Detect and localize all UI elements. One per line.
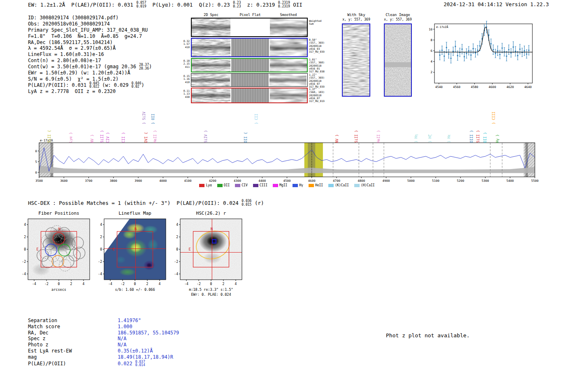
svg-text:4800: 4800 <box>358 179 365 183</box>
row4-smoothed-image <box>270 88 307 102</box>
match-table: Separation1.41976" Match score1.000 RA, … <box>28 318 179 367</box>
info-id: ID: 3008029174 (3008029174.pdf) <box>28 15 152 21</box>
svg-text:5100: 5100 <box>432 179 440 183</box>
svg-text:4200: 4200 <box>209 179 217 183</box>
svg-text:N: N <box>58 227 60 231</box>
legend-item-OII: OII <box>217 183 230 187</box>
info-lineflux: LineFlux = 1.60(±0.31)e-16 <box>28 51 152 58</box>
spec2d-row-2 <box>191 58 308 72</box>
svg-text:5500: 5500 <box>531 179 539 183</box>
header-classification: OII <box>290 2 302 8</box>
timestamp-version: 2024-12-31 04:14:12 Version 1.22.3 <box>444 1 549 7</box>
svg-text:-4: -4 <box>98 272 102 276</box>
fiber-xlabel: arcsecs <box>28 288 90 292</box>
svg-text:-2: -2 <box>98 260 102 264</box>
legend-item-KCaII: (K)CaII <box>328 183 349 187</box>
line-marker-Hε: } Hε <box>447 135 451 143</box>
svg-text:4500: 4500 <box>283 179 291 183</box>
lineflux-map-panel: NE-4-4-2-2002244 <box>97 215 173 289</box>
match-row: mag18.49(18.17,18.94)R <box>28 354 179 360</box>
line-marker-Hζ: } Hζ <box>428 135 432 143</box>
info-wavelength: λ = 4592.54Å σ = 2.97(±0.65)Å <box>28 45 152 51</box>
svg-text:0: 0 <box>210 282 212 286</box>
line-marker-OIII: OIII } <box>469 130 474 143</box>
svg-text:4400: 4400 <box>258 179 266 183</box>
header-plya-qz: P(Lyα): 0.001 Q(z): 0.23 <box>146 2 233 8</box>
line-marker-HeII: HeII } <box>153 130 157 143</box>
line-marker-Hη: } Hη <box>414 135 418 143</box>
line-marker-OII: OII } <box>483 132 487 143</box>
legend-item-MgII: MgII <box>273 183 287 187</box>
legend-swatch <box>354 184 360 187</box>
row1-right-labels: 0.50" (557, 369) 20200518 v016_03 317_RU… <box>309 38 325 53</box>
svg-text:8: 8 <box>430 38 432 42</box>
line-fit-inset-plot: 246810454045604580460046204640e-17x2Å <box>424 21 539 95</box>
svg-text:2: 2 <box>146 282 149 286</box>
spec2d-row-3 <box>191 73 308 87</box>
match-row: RA, Dec186.591857, 55.104579 <box>28 330 179 336</box>
svg-text:4600: 4600 <box>308 179 316 183</box>
line-marker-CIV: CIV } <box>106 132 110 143</box>
line-marker-CII: } CII <box>254 114 258 124</box>
svg-text:-4: -4 <box>32 282 36 286</box>
weighted-pixelflat-blank <box>231 19 269 36</box>
clean-image <box>384 23 412 97</box>
svg-text:5: 5 <box>35 160 37 164</box>
svg-text:4560: 4560 <box>453 85 461 89</box>
svg-text:5300: 5300 <box>481 179 489 183</box>
withsky-title: With Sky <box>340 13 373 17</box>
row2-right-labels: 1.01" (557, 360) 20200518 v016_01 317_RU… <box>309 58 325 73</box>
svg-text:4: 4 <box>176 223 178 227</box>
lineflux-caption: s/b: 1.60 +/- 0.066 <box>104 288 166 292</box>
withsky-image <box>342 23 370 97</box>
svg-text:0: 0 <box>35 171 37 174</box>
legend-item-Hγ: Hγ <box>293 183 303 187</box>
row2-pixelflat-image <box>231 59 269 72</box>
withsky-noise <box>343 24 369 96</box>
svg-text:4: 4 <box>235 282 237 286</box>
info-cont-w: Cont(w) = 3.50(±0.01)e-17 (gmag 20.36 20… <box>28 64 152 70</box>
col-header-2dspec: 2D Spec <box>192 13 230 17</box>
legend-item-CIII: CIII <box>253 183 267 187</box>
legend-swatch <box>235 184 240 187</box>
svg-text:-4: -4 <box>184 282 188 286</box>
svg-text:-2: -2 <box>174 260 178 264</box>
svg-text:E: E <box>113 247 115 251</box>
summary-header: EW: 1.2±1.2Å P(LAE)/P(OII): 0.031 0.0570… <box>28 1 302 8</box>
hscdex-match-line: HSC-DEX : Possible Matches = 1 (within +… <box>28 199 264 206</box>
row3-right-labels: 1.22" (557, 369) 20200518 v016_07 317_RU… <box>309 73 325 88</box>
svg-text:-2: -2 <box>22 260 26 264</box>
hsc-cutout-panel: NE-4-4-2-2002244 <box>173 215 249 289</box>
svg-text:-4: -4 <box>22 272 26 276</box>
info-seeing: F=1.8" T=0.106 N̄=1.10 Ā=0.85 g=24.7 <box>28 33 152 39</box>
line-marker-OVI: OVI { <box>144 132 148 143</box>
line-marker-SiII: SiII } <box>354 130 358 143</box>
row1-pixelflat-image <box>231 39 269 56</box>
line-marker-HeII: HeII } <box>376 130 381 143</box>
photz-note: Phot z plot not available. <box>386 332 470 339</box>
fiber-positions-panel: NE-4-4-2-2002244 <box>21 215 97 289</box>
hsc-caption-1: m:18.5 re:3.3" s:1.5" <box>180 288 242 292</box>
svg-text:3900: 3900 <box>135 179 142 183</box>
row4-2dspec-image <box>192 88 230 102</box>
svg-text:e-17x2Å: e-17x2Å <box>436 25 448 29</box>
svg-text:4: 4 <box>83 282 85 286</box>
svg-text:-2: -2 <box>44 282 49 286</box>
svg-text:4700: 4700 <box>333 179 341 183</box>
svg-text:2: 2 <box>100 235 102 239</box>
svg-text:-2: -2 <box>197 282 201 286</box>
row3-pixelflat-image <box>231 74 269 86</box>
svg-text:4640: 4640 <box>524 85 532 89</box>
line-marker-CII: CII } <box>121 132 125 143</box>
row1-smoothed-image <box>270 39 307 56</box>
svg-text:2: 2 <box>430 70 432 74</box>
info-radec: RA,Dec (186.592117,55.104214) <box>28 39 152 46</box>
spec2d-row-1 <box>191 38 308 57</box>
clean-title: Clean Image <box>381 13 415 17</box>
svg-text:6: 6 <box>430 49 432 53</box>
legend-swatch <box>273 184 278 187</box>
svg-text:0: 0 <box>134 282 136 286</box>
match-row: P(LAE)/P(OII) 0.022 0.0370.014 <box>28 360 179 367</box>
header-ew-plae: EW: 1.2±1.2Å P(LAE)/P(OII): 0.031 <box>28 2 136 8</box>
plae-error-stack: 0.0570.019 <box>136 1 146 8</box>
